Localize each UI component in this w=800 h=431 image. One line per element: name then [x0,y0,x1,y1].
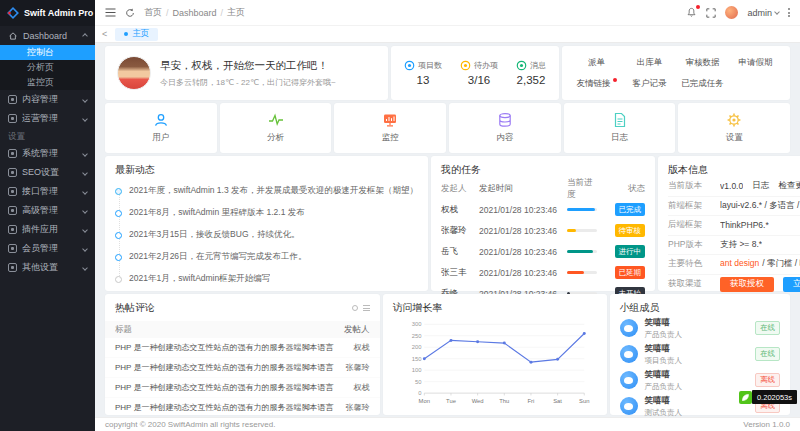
comment-title: PHP 是一种创建动态交互性站点的强有力的服务器端脚本语言 [115,382,334,393]
fullscreen-icon[interactable] [706,8,716,18]
news-item: 2021年1月，swiftAdmin框架开始编写 [115,268,418,290]
task-status-badge: 已延期 [615,266,646,279]
version-link-检查更新[interactable]: 检查更新 [778,180,800,192]
breadcrumb-dashboard[interactable]: Dashboard [173,8,217,18]
version-label: 主要特色 [668,258,720,270]
news-text: 2021年2月26日，在元宵节编写完成发布工作。 [129,251,307,263]
other-icon [8,263,17,272]
sidebar-item-内容管理[interactable]: 内容管理 [0,90,95,109]
refresh-icon[interactable] [125,8,135,18]
立即下载-button[interactable]: 立即下载 [783,277,800,292]
member-name: 笑嘻嘻 [645,343,683,355]
visit-growth-panel: 访问增长率 050100150200250300MonTueWedThuFriS… [383,294,607,415]
sidebar-item-接口管理[interactable]: 接口管理 [0,182,95,201]
sidebar-item-会员管理[interactable]: 会员管理 [0,239,95,258]
chevron-down-icon [82,189,88,195]
stat-label: 项目数 [418,60,442,71]
task-row: 权栈 2021/01/28 10:23:46 已完成 [441,199,645,220]
task-progress-bar [567,229,607,232]
more-icon[interactable] [363,305,370,311]
performance-time: 0.202053s [752,390,797,404]
version-link-日志[interactable]: 日志 [752,180,769,192]
task-status-badge: 已完成 [615,203,646,216]
stats-card: 项目数13待办项3/16消息2,352 [391,46,559,100]
gear-icon [726,112,742,128]
quick-link-申请假期[interactable]: 申请假期 [729,57,782,69]
quick-link-已完成任务[interactable]: 已完成任务 [676,78,729,90]
sidebar-subitem-控制台[interactable]: 控制台 [0,45,95,60]
timeline-dot-icon [115,210,122,217]
sidebar-subitem-分析页[interactable]: 分析页 [0,60,95,75]
sidebar-item-label: Dashboard [23,31,78,41]
greeting-weather: 今日多云转阴，18℃ - 22℃，出门记得穿外套哦~ [160,77,336,88]
sidebar: Swift Admin Pro Dashboard 控制台分析页监控页 内容管理… [0,0,95,431]
sidebar-item-dashboard[interactable]: Dashboard [0,26,95,45]
stat-icon [460,60,471,71]
sidebar-item-其他设置[interactable]: 其他设置 [0,258,95,277]
version-row-主要特色: 主要特色ant design/ 零门槛 / 响应式 / 清爽 [668,255,800,275]
sidebar-item-系统管理[interactable]: 系统管理 [0,144,95,163]
shortcut-用户[interactable]: 用户 [105,103,217,153]
hamburger-icon[interactable] [105,8,116,17]
tab-active-dot [124,32,128,36]
member-name: 笑嘻嘻 [645,395,683,407]
quick-link-客户记录[interactable]: 客户记录 [623,78,676,90]
performance-badge[interactable]: 0.202053s [739,390,797,404]
quick-link-审核数据[interactable]: 审核数据 [676,57,729,69]
chevron-down-icon [82,227,88,233]
sidebar-item-运营管理[interactable]: 运营管理 [0,109,95,128]
visit-growth-line-chart: 050100150200250300MonTueWedThuFriSatSun [393,315,597,408]
shortcut-内容[interactable]: 内容 [449,103,561,153]
quick-link-友情链接[interactable]: 友情链接 [570,78,623,90]
quick-link-派单[interactable]: 派单 [570,57,623,69]
comment-author: 权栈 [334,382,370,393]
shortcut-label: 分析 [267,132,284,144]
plugin-icon [8,225,17,234]
task-initiator: 张三丰 [441,267,479,279]
panel-title: 版本信息 [668,163,800,177]
shortcut-日志[interactable]: 日志 [564,103,676,153]
comment-row[interactable]: PHP 是一种创建动态交互性站点的强有力的服务器端脚本语言权栈 [105,338,380,358]
member-name: 笑嘻嘻 [645,317,683,329]
top-header: 首页/ Dashboard/ 主页 admin [95,0,800,26]
sidebar-item-高级管理[interactable]: 高级管理 [0,201,95,220]
sidebar-item-SEO设置[interactable]: SEO设置 [0,163,95,182]
advanced-icon [8,206,17,215]
comment-row[interactable]: PHP 是一种创建动态交互性站点的强有力的服务器端脚本语言张馨玲 [105,358,380,378]
sidebar-subitem-监控页[interactable]: 监控页 [0,75,95,90]
refresh-icon[interactable] [352,305,358,311]
shortcut-设置[interactable]: 设置 [678,103,790,153]
svg-text:Fri: Fri [527,398,534,404]
user-avatar[interactable] [725,6,738,19]
tab-home[interactable]: 主页 [115,28,158,41]
notification-bell-icon[interactable] [686,7,697,18]
sidebar-item-插件应用[interactable]: 插件应用 [0,220,95,239]
stat-icon [404,60,415,71]
获取授权-button[interactable]: 获取授权 [720,277,774,292]
shortcut-分析[interactable]: 分析 [220,103,332,153]
comment-row[interactable]: PHP 是一种创建动态交互性站点的强有力的服务器端脚本语言权栈 [105,378,380,398]
tab-label: 主页 [132,28,149,40]
stat-value: 3/16 [460,74,498,86]
news-text: 2021年度，swiftAdmin 1.3 发布，并发展成最受欢迎的极速开发框架… [129,185,418,197]
file-icon [612,112,628,128]
svg-text:Sat: Sat [553,398,562,404]
collapse-tabs-icon[interactable]: < [102,30,107,39]
shortcut-监控[interactable]: 监控 [334,103,446,153]
user-menu[interactable]: admin [747,8,779,18]
tasks-col-当前进度: 当前进度 [567,177,607,201]
more-menu-icon[interactable] [788,8,790,17]
member-avatar [620,319,638,337]
breadcrumb-home[interactable]: 首页 [144,6,162,19]
comment-author: 权栈 [334,342,370,353]
comment-row[interactable]: PHP 是一种创建动态交互性站点的强有力的服务器端脚本语言张馨玲 [105,398,380,417]
comments-col-author: 发帖人 [334,324,370,336]
main-area: 首页/ Dashboard/ 主页 admin < 主页 早安，权栈，开始您一天… [95,0,800,431]
panel-title: 热帖评论 [115,301,155,315]
quick-link-出库单[interactable]: 出库单 [623,57,676,69]
task-progress-bar [567,250,607,253]
app-title: Swift Admin Pro [24,8,93,18]
comments-table-header: 标题发帖人 [105,321,380,338]
tasks-col-发起人: 发起人 [441,183,479,195]
member-status-badge: 离线 [755,373,780,387]
